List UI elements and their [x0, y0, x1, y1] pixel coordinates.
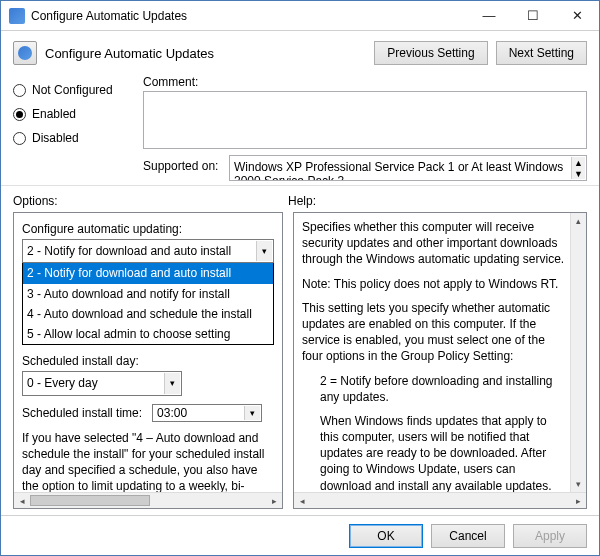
supported-label: Supported on: — [143, 155, 229, 173]
updating-label: Configure automatic updating: — [22, 221, 274, 237]
scroll-thumb[interactable] — [30, 495, 150, 506]
next-setting-button[interactable]: Next Setting — [496, 41, 587, 65]
radio-disabled[interactable]: Disabled — [13, 131, 143, 145]
options-hscroll[interactable]: ◂ ▸ — [14, 492, 282, 508]
radio-label: Not Configured — [32, 83, 113, 97]
sched-day-select[interactable]: 0 - Every day ▾ — [22, 371, 182, 395]
section-labels: Options: Help: — [1, 185, 599, 212]
help-p: This setting lets you specify whether au… — [302, 300, 568, 365]
help-vscroll[interactable]: ▴ ▾ — [570, 213, 586, 492]
window-title: Configure Automatic Updates — [31, 9, 467, 23]
maximize-button[interactable]: ☐ — [511, 1, 555, 30]
radio-dot-icon — [13, 108, 26, 121]
ok-button[interactable]: OK — [349, 524, 423, 548]
updating-option[interactable]: 3 - Auto download and notify for install — [23, 284, 273, 304]
window-icon — [9, 8, 25, 24]
apply-button[interactable]: Apply — [513, 524, 587, 548]
help-p: Specifies whether this computer will rec… — [302, 219, 568, 268]
help-p: When Windows finds updates that apply to… — [320, 413, 568, 494]
footer: OK Cancel Apply — [1, 515, 599, 555]
comment-input[interactable] — [143, 91, 587, 149]
options-pane: Configure automatic updating: 2 - Notify… — [13, 212, 283, 509]
header: Configure Automatic Updates Previous Set… — [1, 31, 599, 71]
minimize-button[interactable]: — — [467, 1, 511, 30]
chevron-down-icon: ▾ — [164, 373, 180, 393]
cancel-button[interactable]: Cancel — [431, 524, 505, 548]
policy-icon — [13, 41, 37, 65]
titlebar: Configure Automatic Updates — ☐ ✕ — [1, 1, 599, 31]
scroll-left-icon: ◂ — [14, 496, 30, 506]
updating-option[interactable]: 2 - Notify for download and auto install — [23, 263, 273, 283]
options-content: Configure automatic updating: 2 - Notify… — [14, 213, 282, 508]
help-pane: Specifies whether this computer will rec… — [293, 212, 587, 509]
sched-time-label: Scheduled install time: 03:00 ▾ — [22, 404, 274, 422]
help-content: Specifies whether this computer will rec… — [294, 213, 586, 508]
radio-enabled[interactable]: Enabled — [13, 107, 143, 121]
config-row: Not Configured Enabled Disabled Comment:… — [1, 71, 599, 181]
options-label: Options: — [13, 194, 288, 208]
sched-time-value: 03:00 — [153, 403, 207, 423]
close-button[interactable]: ✕ — [555, 1, 599, 30]
sched-day-label: Scheduled install day: — [22, 353, 274, 369]
radio-not-configured[interactable]: Not Configured — [13, 83, 143, 97]
radio-label: Disabled — [32, 131, 79, 145]
comment-area: Comment: Supported on: Windows XP Profes… — [143, 75, 587, 181]
help-p: 2 = Notify before downloading and instal… — [320, 373, 568, 405]
supported-scroll[interactable]: ▲▼ — [571, 157, 585, 179]
sched-time-select[interactable]: 03:00 ▾ — [152, 404, 262, 422]
scroll-left-icon: ◂ — [294, 496, 310, 506]
scroll-right-icon: ▸ — [266, 496, 282, 506]
help-label: Help: — [288, 194, 316, 208]
scroll-right-icon: ▸ — [570, 496, 586, 506]
supported-text: Windows XP Professional Service Pack 1 o… — [229, 155, 587, 181]
supported-row: Supported on: Windows XP Professional Se… — [143, 155, 587, 181]
updating-option[interactable]: 4 - Auto download and schedule the insta… — [23, 304, 273, 324]
radio-dot-icon — [13, 132, 26, 145]
updating-option[interactable]: 5 - Allow local admin to choose setting — [23, 324, 273, 344]
policy-title: Configure Automatic Updates — [45, 46, 366, 61]
radio-label: Enabled — [32, 107, 76, 121]
scroll-up-icon: ▴ — [571, 213, 586, 229]
chevron-down-icon: ▾ — [256, 241, 272, 261]
sched-day-value: 0 - Every day — [23, 372, 181, 394]
scroll-down-icon: ▾ — [571, 476, 586, 492]
comment-label: Comment: — [143, 75, 587, 89]
help-hscroll[interactable]: ◂ ▸ — [294, 492, 586, 508]
radio-dot-icon — [13, 84, 26, 97]
panes: Configure automatic updating: 2 - Notify… — [1, 212, 599, 509]
state-radios: Not Configured Enabled Disabled — [13, 75, 143, 181]
sched-time-label-text: Scheduled install time: — [22, 406, 142, 420]
updating-select-value: 2 - Notify for download and auto install — [23, 240, 273, 262]
updating-select[interactable]: 2 - Notify for download and auto install… — [22, 239, 274, 263]
supported-value: Windows XP Professional Service Pack 1 o… — [234, 160, 563, 181]
chevron-down-icon: ▾ — [244, 406, 260, 420]
help-p: Note: This policy does not apply to Wind… — [302, 276, 568, 292]
previous-setting-button[interactable]: Previous Setting — [374, 41, 487, 65]
updating-dropdown[interactable]: 2 - Notify for download and auto install… — [22, 262, 274, 345]
